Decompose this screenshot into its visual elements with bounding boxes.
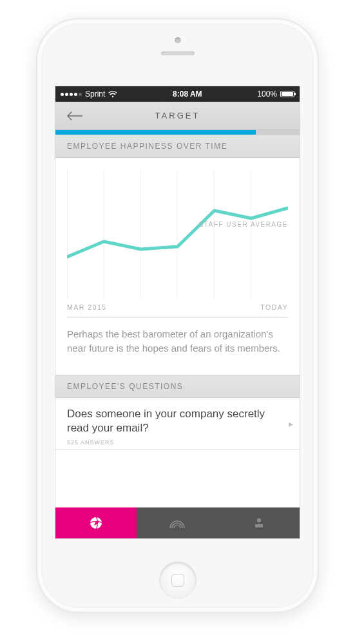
x-axis-end: TODAY xyxy=(260,303,288,311)
chart-x-axis: MAR 2015 TODAY xyxy=(67,298,288,318)
x-axis-start: MAR 2015 xyxy=(67,303,107,311)
nav-bar: TARGET xyxy=(55,102,300,130)
section-header-chart: EMPLOYEE HAPPINESS OVER TIME xyxy=(55,135,300,158)
chart-caption: Perhaps the best barometer of an organiz… xyxy=(67,327,288,368)
phone-frame: Sprint 8:08 AM 100% xyxy=(37,19,318,612)
section-header-questions: EMPLOYEE'S QUESTIONS xyxy=(55,375,300,398)
svg-point-7 xyxy=(257,518,261,522)
home-button[interactable] xyxy=(159,562,197,599)
battery-icon xyxy=(280,91,294,97)
arrow-left-icon xyxy=(67,111,82,120)
chevron-right-icon: ▸ xyxy=(289,419,293,429)
battery-pct: 100% xyxy=(257,90,277,99)
status-right: 100% xyxy=(257,90,294,99)
profile-icon xyxy=(253,517,265,529)
back-button[interactable] xyxy=(63,108,86,124)
wifi-icon xyxy=(108,91,117,98)
rainbow-icon xyxy=(169,518,186,528)
happiness-chart: STAFF USER AVERAGE xyxy=(67,169,288,298)
progress-fill xyxy=(55,130,256,135)
tab-profile[interactable] xyxy=(218,507,300,538)
globe-icon xyxy=(89,516,103,530)
status-bar: Sprint 8:08 AM 100% xyxy=(55,86,300,102)
chart-svg xyxy=(67,169,288,298)
signal-dots-icon xyxy=(61,93,82,96)
svg-rect-8 xyxy=(255,524,263,527)
screen: Sprint 8:08 AM 100% xyxy=(55,86,300,538)
status-left: Sprint xyxy=(61,90,117,99)
carrier-label: Sprint xyxy=(85,90,105,99)
progress-bar xyxy=(55,130,300,135)
tab-rainbow[interactable] xyxy=(137,507,218,538)
status-time: 8:08 AM xyxy=(173,90,202,99)
phone-speaker xyxy=(161,52,195,55)
question-row[interactable]: Does someone in your company secretly re… xyxy=(55,398,300,450)
question-title: Does someone in your company secretly re… xyxy=(67,407,282,435)
nav-title: TARGET xyxy=(55,111,300,120)
question-meta: 525 ANSWERS xyxy=(67,439,282,446)
chart-series-label: STAFF USER AVERAGE xyxy=(199,221,288,228)
phone-camera xyxy=(175,37,180,43)
chart-card: STAFF USER AVERAGE MAR 2015 TODAY Perhap… xyxy=(55,158,300,375)
tab-bar xyxy=(55,507,300,538)
tab-globe[interactable] xyxy=(55,507,137,538)
